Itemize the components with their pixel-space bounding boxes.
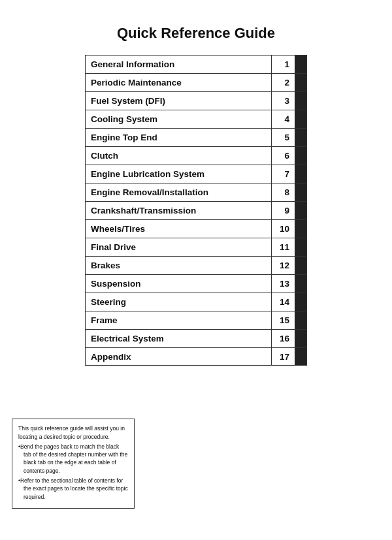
chapter-tab [295,110,306,128]
note-box: This quick reference guide will assist y… [12,419,135,509]
toc-label: Brakes [86,257,271,274]
toc-label: Clutch [86,147,271,165]
toc-number: 2 [271,74,295,91]
toc-number: 16 [271,330,295,347]
toc-number: 1 [271,56,295,73]
toc-number: 10 [271,220,295,238]
toc-row[interactable]: Engine Top End5 [85,128,307,146]
chapter-tab [295,74,306,91]
toc-row[interactable]: Suspension13 [85,274,307,293]
toc-number: 7 [271,165,295,183]
note-bullet2: •Refer to the sectional table of content… [18,477,128,501]
toc-row[interactable]: Brakes12 [85,256,307,274]
toc-label: Suspension [86,275,271,293]
toc-row[interactable]: Engine Lubrication System7 [85,165,307,183]
toc-row[interactable]: Appendix17 [85,347,307,366]
chapter-tab [295,275,306,293]
toc-row[interactable]: Cooling System4 [85,110,307,128]
toc-row[interactable]: Final Drive11 [85,238,307,256]
toc-row[interactable]: Periodic Maintenance2 [85,73,307,91]
toc-row[interactable]: Engine Removal/Installation8 [85,183,307,201]
toc-label: Engine Removal/Installation [86,183,271,201]
chapter-tab [295,311,306,329]
toc-label: Frame [86,311,271,329]
chapter-tab [295,330,306,347]
toc-label: Cooling System [86,110,271,128]
note-intro: This quick reference guide will assist y… [18,424,128,441]
chapter-tab [295,238,306,256]
toc-number: 6 [271,147,295,165]
toc-row[interactable]: Electrical System16 [85,329,307,347]
toc-row[interactable]: Frame15 [85,311,307,329]
toc-row[interactable]: Clutch6 [85,146,307,165]
toc-label: Engine Lubrication System [86,165,271,183]
toc-number: 8 [271,183,295,201]
toc-label: Engine Top End [86,129,271,146]
chapter-tab [295,257,306,274]
chapter-tab [295,348,306,365]
page: Quick Reference Guide General Informatio… [0,0,392,540]
toc-label: Wheels/Tires [86,220,271,238]
toc-number: 17 [271,348,295,365]
toc-table: General Information1Periodic Maintenance… [85,55,307,366]
toc-number: 14 [271,293,295,311]
toc-number: 4 [271,110,295,128]
note-bullet1: •Bend the pages back to match the black … [18,443,128,475]
toc-number: 11 [271,238,295,256]
toc-row[interactable]: Wheels/Tires10 [85,219,307,238]
toc-label: General Information [86,56,271,73]
toc-row[interactable]: Crankshaft/Transmission9 [85,201,307,219]
toc-number: 13 [271,275,295,293]
chapter-tab [295,147,306,165]
toc-label: Appendix [86,348,271,365]
toc-row[interactable]: Steering14 [85,293,307,311]
toc-label: Fuel System (DFI) [86,92,271,110]
toc-label: Electrical System [86,330,271,347]
toc-label: Crankshaft/Transmission [86,202,271,219]
toc-number: 15 [271,311,295,329]
page-title: Quick Reference Guide [0,0,392,55]
chapter-tab [295,92,306,110]
toc-label: Periodic Maintenance [86,74,271,91]
toc-number: 5 [271,129,295,146]
toc-number: 12 [271,257,295,274]
toc-number: 9 [271,202,295,219]
chapter-tab [295,220,306,238]
toc-row[interactable]: Fuel System (DFI)3 [85,91,307,110]
chapter-tab [295,183,306,201]
chapter-tab [295,293,306,311]
toc-number: 3 [271,92,295,110]
toc-label: Final Drive [86,238,271,256]
chapter-tab [295,202,306,219]
chapter-tab [295,56,306,73]
chapter-tab [295,165,306,183]
toc-row[interactable]: General Information1 [85,55,307,73]
toc-label: Steering [86,293,271,311]
chapter-tab [295,129,306,146]
